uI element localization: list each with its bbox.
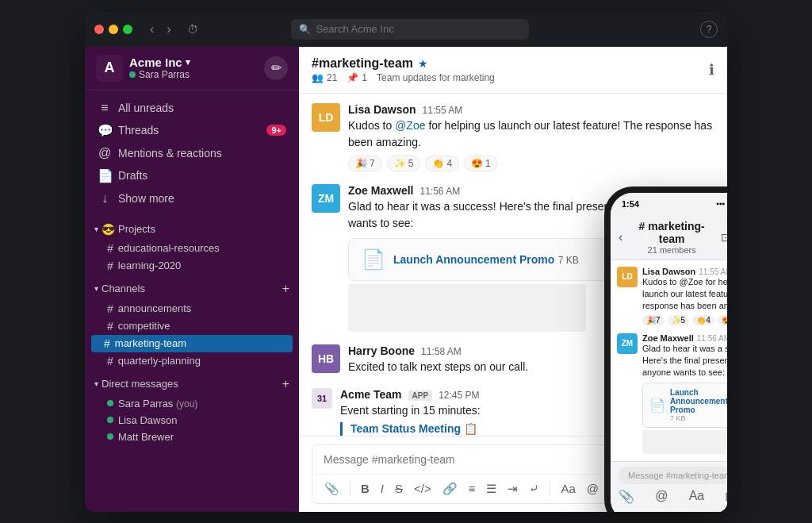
drafts-icon: 📄 — [98, 168, 112, 183]
projects-section-header[interactable]: ▾ 😎 Projects — [85, 219, 299, 240]
mobile-channel-info: # marketing-team 21 members — [627, 220, 716, 255]
reaction[interactable]: ✨ 5 — [387, 156, 421, 171]
dm-name: Lisa Dawson — [118, 414, 177, 426]
dm-lisa-dawson[interactable]: Lisa Dawson — [85, 412, 299, 429]
channel-announcements[interactable]: # announcements — [85, 300, 299, 317]
online-indicator — [107, 400, 113, 406]
mobile-time: 1:54 — [622, 199, 639, 209]
hash-icon: # — [107, 242, 113, 255]
channel-meta: 👥 21 📌 1 Team updates for marketing — [312, 72, 495, 83]
blockquote-button[interactable]: ⤶ — [525, 479, 543, 498]
channel-competitive[interactable]: # competitive — [85, 317, 299, 335]
channel-info-button[interactable]: ℹ — [709, 61, 714, 79]
reaction[interactable]: 😍 1 — [464, 156, 498, 171]
maximize-button[interactable] — [123, 25, 132, 34]
app-badge: APP — [408, 390, 433, 401]
dm-sara-parras[interactable]: Sara Parras (you) — [85, 395, 299, 412]
hash-icon: # — [107, 320, 113, 333]
mobile-sender: Lisa Dawson — [642, 267, 695, 276]
text-format-button[interactable]: Aa — [557, 479, 579, 498]
channels-label: Channels — [102, 283, 145, 294]
mobile-time: 11:56 AM — [697, 334, 727, 343]
channels-section-header[interactable]: ▾ Channels + — [85, 278, 299, 300]
channel-quarterly-planning[interactable]: # quarterly-planning — [85, 352, 299, 370]
reaction[interactable]: 👏4 — [692, 315, 714, 325]
dm-matt-brewer[interactable]: Matt Brewer — [85, 429, 299, 445]
channels-arrow-icon: ▾ — [94, 284, 98, 293]
drafts-label: Drafts — [118, 169, 147, 182]
indent-button[interactable]: ⇥ — [504, 479, 522, 498]
close-button[interactable] — [94, 25, 104, 34]
dm-section-header[interactable]: ▾ Direct messages + — [85, 373, 299, 395]
user-status: Sara Parras — [129, 69, 190, 80]
sidebar-item-threads[interactable]: 💬 Threads 9+ — [85, 119, 299, 142]
mobile-text: Glad to hear it was a success! Here's th… — [642, 343, 727, 379]
show-more-item[interactable]: ↓ Show more — [85, 187, 299, 210]
mobile-header-icons: ⊡ 🔍 ℹ — [721, 231, 727, 244]
ordered-list-button[interactable]: ≡ — [465, 479, 480, 498]
mobile-text-icon[interactable]: Aa — [689, 489, 705, 503]
help-button[interactable]: ? — [700, 21, 718, 38]
italic-button[interactable]: I — [377, 479, 388, 498]
unordered-list-button[interactable]: ☰ — [482, 479, 500, 498]
channel-name: marketing-team — [115, 337, 186, 349]
mobile-mention-icon[interactable]: @ — [655, 489, 668, 503]
compose-button[interactable]: ✏ — [264, 56, 288, 80]
attach-button[interactable]: 📎 — [320, 479, 343, 498]
file-attachment[interactable]: 📄 Launch Announcement Promo 7 KB — [348, 238, 618, 281]
mobile-file-attachment[interactable]: 📄 Launch Announcement Promo 7 KB — [642, 383, 727, 428]
avatar-acme-team: 31 — [312, 388, 332, 409]
msg-time: 12:45 PM — [439, 390, 479, 401]
history-button[interactable]: ⏱ — [182, 21, 203, 38]
mobile-back-button[interactable]: ‹ — [619, 230, 622, 244]
projects-emoji: 😎 — [102, 223, 115, 236]
sidebar-item-all-unreads[interactable]: ≡ All unreads — [85, 97, 299, 119]
dm-name: Matt Brewer — [118, 431, 174, 443]
add-channel-button[interactable]: + — [282, 282, 289, 296]
search-input[interactable] — [316, 23, 521, 35]
reaction[interactable]: 🎉 7 — [348, 156, 382, 171]
strikethrough-button[interactable]: S — [391, 479, 407, 498]
channel-title-name: #marketing-team — [312, 56, 413, 71]
hash-icon: # — [104, 337, 110, 350]
add-dm-button[interactable]: + — [282, 377, 289, 391]
threads-icon: 💬 — [98, 123, 112, 138]
sidebar-item-drafts[interactable]: 📄 Drafts — [85, 164, 299, 187]
reaction[interactable]: 😍1 — [718, 315, 727, 325]
mobile-compose-box[interactable]: Message #marketing-team — [619, 467, 727, 484]
forward-button[interactable]: › — [162, 21, 175, 38]
minimize-button[interactable] — [109, 25, 118, 34]
channel-header-info: #marketing-team ★ 👥 21 📌 1 Team updates … — [312, 56, 495, 83]
mobile-channel-name: # marketing-team — [627, 220, 716, 245]
file-name: Launch Announcement Promo — [393, 253, 554, 266]
code-button[interactable]: </> — [410, 479, 435, 498]
pins-count: 📌 1 — [347, 72, 367, 83]
reaction[interactable]: 🎉7 — [642, 315, 665, 325]
back-button[interactable]: ‹ — [145, 21, 159, 38]
sidebar-item-mentions[interactable]: @ Mentions & reactions — [85, 142, 299, 164]
mobile-video-icon[interactable]: ⊡ — [721, 231, 727, 244]
mobile-msg-content: Lisa Dawson 11:55 AM Kudos to @Zoe for h… — [642, 267, 727, 325]
mention-button[interactable]: @ — [583, 479, 603, 498]
link-button[interactable]: 🔗 — [439, 479, 462, 498]
mobile-image-icon[interactable]: ⊡ — [725, 489, 727, 504]
dm-section: ▾ Direct messages + Sara Parras (you) Li… — [85, 373, 299, 445]
mobile-attach-icon[interactable]: 📎 — [619, 489, 634, 504]
reaction[interactable]: 👏 4 — [425, 156, 459, 171]
mobile-sender: Zoe Maxwell — [642, 333, 694, 343]
bold-button[interactable]: B — [357, 479, 373, 498]
mobile-messages: LD Lisa Dawson 11:55 AM Kudos to @Zoe fo… — [611, 260, 727, 461]
dm-arrow-icon: ▾ — [94, 379, 98, 388]
mobile-mockup: 1:54 ▪▪▪ WiFi 🔋 ‹ # marketing-team 21 me… — [604, 187, 727, 512]
threads-label: Threads — [118, 124, 159, 137]
mobile-text: Kudos to @Zoe for helping us launch our … — [642, 276, 727, 313]
channel-marketing-team[interactable]: # marketing-team — [91, 335, 293, 352]
reaction[interactable]: ✨5 — [668, 315, 690, 325]
channel-description: Team updates for marketing — [377, 72, 495, 83]
channel-educational-resources[interactable]: # educational-resources — [85, 240, 299, 257]
channel-learning-2020[interactable]: # learning-2020 — [85, 257, 299, 275]
toolbar-separator — [550, 482, 550, 496]
mobile-compose: Message #marketing-team 📎 @ Aa ⊡ › — [611, 461, 727, 509]
mobile-avatar: LD — [617, 267, 638, 287]
workspace-name[interactable]: Acme Inc ▾ — [129, 56, 190, 69]
